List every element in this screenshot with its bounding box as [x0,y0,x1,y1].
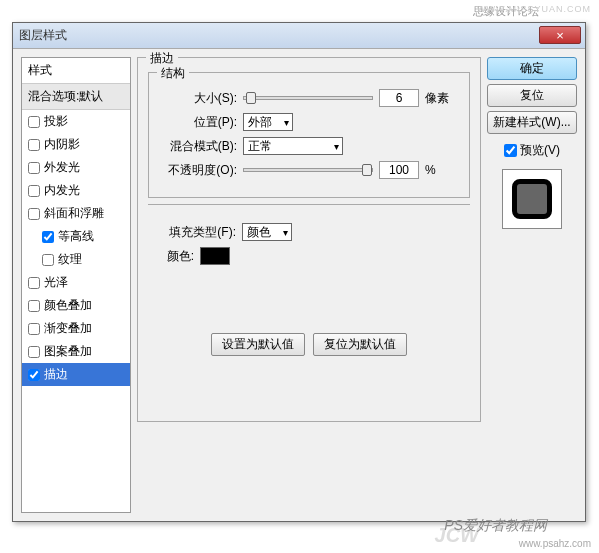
style-checkbox-6[interactable] [42,254,54,266]
style-checkbox-3[interactable] [28,185,40,197]
style-item-7[interactable]: 光泽 [22,271,130,294]
layer-style-dialog: 图层样式 × 样式 混合选项:默认 投影内阴影外发光内发光斜面和浮雕等高线纹理光… [12,22,586,522]
style-label: 图案叠加 [44,343,92,360]
new-style-button[interactable]: 新建样式(W)... [487,111,577,134]
preview-label: 预览(V) [520,142,560,159]
watermark-ps: PS爱好者教程网 [444,517,547,535]
titlebar[interactable]: 图层样式 × [13,23,585,49]
style-item-2[interactable]: 外发光 [22,156,130,179]
style-checkbox-8[interactable] [28,300,40,312]
color-swatch[interactable] [200,247,230,265]
style-item-0[interactable]: 投影 [22,110,130,133]
blend-mode-label: 混合模式(B): [157,138,237,155]
styles-header[interactable]: 样式 [22,58,130,84]
style-item-3[interactable]: 内发光 [22,179,130,202]
watermark-url: www.psahz.com [519,538,591,549]
fill-fieldset: 填充类型(F): 颜色 颜色: [148,204,470,283]
style-item-1[interactable]: 内阴影 [22,133,130,156]
ok-button[interactable]: 确定 [487,57,577,80]
style-checkbox-7[interactable] [28,277,40,289]
default-buttons-row: 设置为默认值 复位为默认值 [148,333,470,356]
style-label: 光泽 [44,274,68,291]
style-checkbox-11[interactable] [28,369,40,381]
blending-options[interactable]: 混合选项:默认 [22,84,130,110]
style-label: 颜色叠加 [44,297,92,314]
style-checkbox-5[interactable] [42,231,54,243]
color-label: 颜色: [156,248,194,265]
opacity-unit: % [425,163,436,177]
preview-shape [512,179,552,219]
fill-type-label: 填充类型(F): [156,224,236,241]
dialog-title: 图层样式 [19,27,67,44]
style-checkbox-1[interactable] [28,139,40,151]
dialog-body: 样式 混合选项:默认 投影内阴影外发光内发光斜面和浮雕等高线纹理光泽颜色叠加渐变… [13,49,585,521]
style-label: 投影 [44,113,68,130]
opacity-slider[interactable] [243,168,373,172]
structure-legend: 结构 [157,65,189,82]
stroke-settings-panel: 描边 结构 大小(S): 像素 位置(P): 外部 混合模式(B): [137,57,481,513]
size-label: 大小(S): [157,90,237,107]
right-button-panel: 确定 复位 新建样式(W)... 预览(V) [487,57,577,513]
style-label: 描边 [44,366,68,383]
blend-mode-dropdown[interactable]: 正常 [243,137,343,155]
style-label: 渐变叠加 [44,320,92,337]
preview-box [502,169,562,229]
opacity-input[interactable] [379,161,419,179]
style-item-11[interactable]: 描边 [22,363,130,386]
style-item-6[interactable]: 纹理 [22,248,130,271]
style-label: 外发光 [44,159,80,176]
styles-list-panel: 样式 混合选项:默认 投影内阴影外发光内发光斜面和浮雕等高线纹理光泽颜色叠加渐变… [21,57,131,513]
preview-checkbox-row: 预览(V) [487,142,577,159]
style-item-9[interactable]: 渐变叠加 [22,317,130,340]
style-label: 纹理 [58,251,82,268]
opacity-label: 不透明度(O): [157,162,237,179]
style-checkbox-0[interactable] [28,116,40,128]
style-item-10[interactable]: 图案叠加 [22,340,130,363]
position-label: 位置(P): [157,114,237,131]
style-label: 斜面和浮雕 [44,205,104,222]
cancel-button[interactable]: 复位 [487,84,577,107]
stroke-fieldset: 描边 结构 大小(S): 像素 位置(P): 外部 混合模式(B): [137,57,481,422]
style-label: 内阴影 [44,136,80,153]
set-default-button[interactable]: 设置为默认值 [211,333,305,356]
size-unit: 像素 [425,90,449,107]
style-item-8[interactable]: 颜色叠加 [22,294,130,317]
style-item-4[interactable]: 斜面和浮雕 [22,202,130,225]
style-label: 等高线 [58,228,94,245]
preview-checkbox[interactable] [504,144,517,157]
style-checkbox-4[interactable] [28,208,40,220]
style-checkbox-9[interactable] [28,323,40,335]
position-dropdown[interactable]: 外部 [243,113,293,131]
style-item-5[interactable]: 等高线 [22,225,130,248]
size-slider[interactable] [243,96,373,100]
style-label: 内发光 [44,182,80,199]
fill-type-dropdown[interactable]: 颜色 [242,223,292,241]
reset-default-button[interactable]: 复位为默认值 [313,333,407,356]
size-input[interactable] [379,89,419,107]
style-checkbox-2[interactable] [28,162,40,174]
style-checkbox-10[interactable] [28,346,40,358]
close-button[interactable]: × [539,26,581,44]
watermark-top-url: WWW.MISSYUAN.COM [477,4,591,14]
structure-fieldset: 结构 大小(S): 像素 位置(P): 外部 混合模式(B): 正常 [148,72,470,198]
